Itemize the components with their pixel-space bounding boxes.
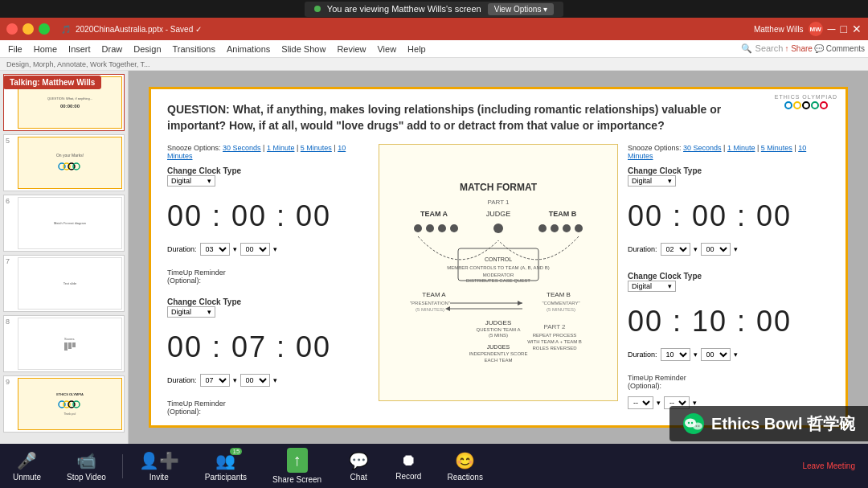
menu-draw[interactable]: Draw — [97, 43, 128, 55]
svg-text:QUESTION TEAM A: QUESTION TEAM A — [477, 327, 521, 332]
participants-count: 15 — [230, 448, 242, 455]
svg-point-51 — [698, 425, 700, 427]
clock-type-section-left-1: Change Clock Type Digital ▾ — [167, 166, 369, 190]
clock-type-value-2: Digital — [171, 308, 191, 316]
clock-label-1: Change Clock Type — [167, 166, 369, 175]
clock-type-dropdown-r1[interactable]: Digital ▾ — [628, 175, 676, 187]
record-button[interactable]: ⏺ Record — [383, 451, 434, 481]
duration-mins-2[interactable]: 00 — [240, 374, 270, 387]
slide-thumb-5[interactable]: 5 On your Marks! — [3, 134, 125, 191]
svg-text:MEMBER CONTROLS TO TEAM (A, B,: MEMBER CONTROLS TO TEAM (A, B, AND B) — [447, 265, 550, 270]
clock-type-select-1: Digital ▾ — [167, 175, 369, 187]
menu-transitions[interactable]: Transitions — [168, 43, 220, 55]
share-screen-label: Share Screen — [272, 475, 321, 484]
close-icon[interactable]: ✕ — [852, 23, 862, 35]
clock-type-dropdown-1[interactable]: Digital ▾ — [167, 175, 215, 187]
svg-text:JUDGES: JUDGES — [487, 344, 510, 350]
slide-thumb-7[interactable]: 7 Text slide — [3, 255, 125, 312]
ring-yellow — [793, 101, 801, 109]
reactions-button[interactable]: 😊 Reactions — [434, 451, 495, 482]
svg-point-13 — [438, 224, 446, 232]
duration-mins-r1[interactable]: 00 — [701, 243, 731, 256]
slide-preview-5: On your Marks! — [18, 137, 122, 189]
svg-text:(5 MINUTES): (5 MINUTES) — [416, 307, 444, 312]
slide-num-5: 5 — [6, 137, 15, 145]
duration-row-2: Duration: 07 ▾ 00 ▾ — [167, 374, 369, 387]
stop-video-label: Stop Video — [67, 473, 106, 482]
slide-tab-bar: Design, Morph, Annotate, Work Together, … — [0, 58, 868, 71]
add-person-icon: 👤➕ — [139, 451, 179, 470]
ring-blue — [784, 101, 792, 109]
duration-hours-2[interactable]: 07 — [200, 374, 230, 387]
comments-button[interactable]: 💬 Comments — [814, 44, 865, 53]
duration-sep-r2: ▾ — [694, 351, 698, 359]
menu-file[interactable]: File — [3, 43, 27, 55]
menu-help[interactable]: Help — [403, 43, 431, 55]
clock-type-section-left-2: Change Clock Type Digital ▾ — [167, 297, 369, 321]
menu-slideshow[interactable]: Slide Show — [276, 43, 330, 55]
svg-point-14 — [450, 224, 458, 232]
duration-hours-r2[interactable]: 10 — [661, 348, 690, 361]
participants-label: Participants — [205, 473, 247, 482]
invite-button[interactable]: 👤➕ Invite — [126, 451, 192, 482]
slide-thumb-6[interactable]: 6 Match Format diagram — [3, 195, 125, 252]
diagram-inner: MATCH FORMAT PART 1 TEAM A — [386, 176, 611, 369]
unmute-button[interactable]: 🎤 Unmute — [0, 451, 54, 482]
clock-type-value-r1: Digital — [632, 177, 652, 185]
duration-mins-1[interactable]: 00 — [240, 243, 270, 256]
duration-label-2: Duration: — [167, 376, 197, 384]
clock-type-dropdown-2[interactable]: Digital ▾ — [167, 306, 215, 318]
clock-type-value-r2: Digital — [632, 282, 652, 290]
menu-animations[interactable]: Animations — [222, 43, 275, 55]
duration-label-r2: Duration: — [628, 351, 657, 359]
participants-button[interactable]: 👥 15 Participants — [192, 451, 260, 482]
duration-mins-chevron-2: ▾ — [273, 376, 277, 384]
svg-point-50 — [696, 425, 698, 427]
minimize-icon[interactable]: ─ — [828, 23, 836, 35]
chat-icon: 💬 — [349, 451, 369, 470]
leave-meeting-button[interactable]: Leave Meeting — [789, 461, 868, 470]
share-button[interactable]: ↑ Share — [784, 44, 812, 53]
view-options-button[interactable]: View Options ▾ — [488, 3, 555, 15]
maximize-window-button[interactable] — [39, 23, 50, 35]
record-label: Record — [395, 472, 421, 481]
svg-text:MODERATOR: MODERATOR — [483, 273, 514, 277]
menu-review[interactable]: Review — [332, 43, 371, 55]
ring-red — [820, 101, 828, 109]
duration-mins-chevron-r2: ▾ — [734, 351, 738, 359]
menu-design[interactable]: Design — [129, 43, 166, 55]
close-window-button[interactable] — [6, 23, 18, 35]
chat-button[interactable]: 💬 Chat — [334, 451, 383, 482]
menu-home[interactable]: Home — [29, 43, 62, 55]
svg-text:(5 MINS): (5 MINS) — [489, 333, 508, 338]
svg-point-18 — [538, 224, 547, 232]
svg-point-20 — [563, 224, 571, 232]
menu-view[interactable]: View — [372, 43, 401, 55]
chat-label: Chat — [350, 473, 367, 482]
stop-video-button[interactable]: 📹 Stop Video — [54, 451, 119, 482]
search-box[interactable]: 🔍 Search — [741, 43, 783, 54]
minimize-window-button[interactable] — [23, 23, 34, 35]
app-logo: 🎵 — [61, 25, 71, 34]
duration-hours-r1[interactable]: 02 — [661, 243, 690, 256]
share-screen-button[interactable]: ↑ Share Screen — [260, 448, 334, 484]
menu-insert[interactable]: Insert — [63, 43, 96, 55]
duration-mins-r2[interactable]: 00 — [701, 348, 731, 361]
timeup-h-r[interactable]: -- — [628, 396, 653, 409]
watermark-text: Ethics Bowl 哲学碗 — [711, 413, 855, 435]
unmute-label: Unmute — [13, 473, 41, 482]
olympics-rings — [784, 101, 828, 109]
restore-icon[interactable]: □ — [841, 23, 847, 35]
slide-thumb-8[interactable]: 8 Scores — [3, 315, 125, 372]
timer-section-left: Snooze Options: 30 Seconds | 1 Minute | … — [167, 144, 369, 416]
svg-text:TEAM B: TEAM B — [547, 291, 571, 298]
duration-hours-1[interactable]: 0003 — [200, 243, 230, 256]
svg-text:(5 MINUTES): (5 MINUTES) — [547, 307, 575, 312]
leave-meeting-label: Leave Meeting — [802, 461, 855, 470]
clock-type-dropdown-r2[interactable]: Digital ▾ — [628, 281, 676, 292]
svg-text:REPEAT PROCESS: REPEAT PROCESS — [533, 333, 576, 338]
slide-preview-8: Scores — [18, 318, 122, 370]
slide-canvas: ETHICS OLYMPIAD QUESTION: What, if anyth… — [149, 87, 848, 427]
user-avatar: MW — [809, 22, 823, 36]
slide-thumb-9[interactable]: 9 ETHICS OLYMPIA Thank you! — [3, 375, 125, 433]
